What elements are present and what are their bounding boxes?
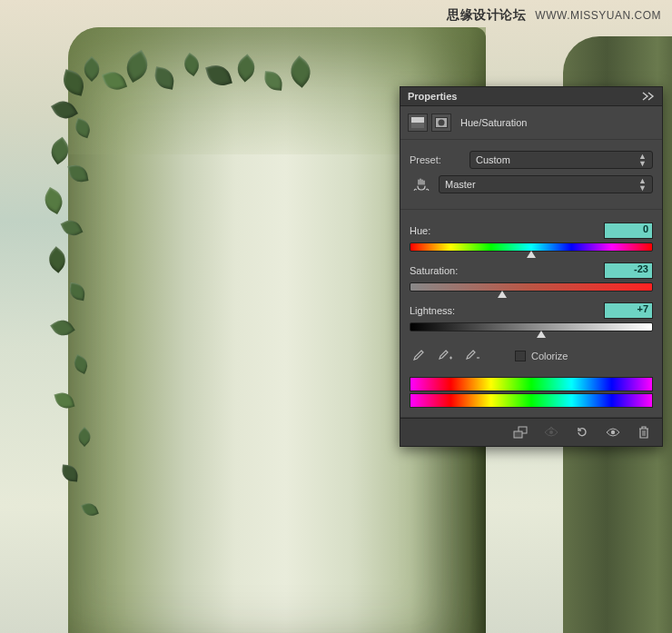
properties-panel: Properties Hue/Saturation Preset: Custom… — [400, 86, 663, 447]
hue-input[interactable]: 0 — [604, 223, 653, 239]
svg-rect-5 — [514, 431, 522, 438]
panel-footer — [400, 418, 662, 446]
spectrum-bar — [410, 377, 653, 391]
preset-label: Preset: — [410, 154, 464, 165]
saturation-thumb[interactable] — [498, 291, 507, 298]
layer-mask-icon[interactable] — [431, 114, 451, 132]
hue-slider[interactable] — [410, 242, 653, 252]
lightness-label: Lightness: — [410, 305, 455, 316]
sliders-section: Hue: 0 Saturation: -23 Lightness: +7 — [400, 210, 662, 418]
visibility-icon[interactable] — [604, 424, 622, 440]
preset-value: Custom — [476, 154, 510, 165]
adjustment-label: Hue/Saturation — [460, 117, 527, 128]
svg-rect-1 — [411, 123, 424, 128]
spectrum-bar-shifted — [410, 393, 653, 408]
chevron-updown-icon: ▲▼ — [638, 153, 647, 167]
preset-section: Preset: Custom ▲▼ Master ▲▼ — [400, 140, 662, 210]
svg-rect-0 — [411, 117, 424, 123]
watermark: 思缘设计论坛 WWW.MISSYUAN.COM — [447, 7, 661, 24]
saturation-input[interactable]: -23 — [604, 262, 653, 279]
hue-slider-block: Hue: 0 — [410, 223, 653, 252]
watermark-cn: 思缘设计论坛 — [447, 7, 526, 22]
lightness-slider[interactable] — [410, 322, 653, 331]
checkbox-icon — [515, 351, 526, 361]
lightness-thumb[interactable] — [537, 331, 546, 338]
view-previous-icon[interactable] — [542, 424, 560, 440]
collapse-icon[interactable] — [642, 92, 655, 101]
eyedropper-minus-icon[interactable] — [464, 348, 480, 364]
adjustment-type-row: Hue/Saturation — [400, 106, 662, 140]
trash-icon[interactable] — [635, 424, 653, 440]
panel-title: Properties — [408, 91, 457, 102]
watermark-en: WWW.MISSYUAN.COM — [535, 9, 661, 22]
channel-value: Master — [445, 179, 476, 190]
colorize-checkbox[interactable]: Colorize — [515, 351, 568, 361]
lightness-slider-block: Lightness: +7 — [410, 302, 653, 331]
eyedropper-row: Colorize — [410, 342, 653, 371]
svg-point-6 — [549, 430, 553, 434]
svg-point-7 — [611, 430, 615, 434]
panel-header[interactable]: Properties — [400, 87, 662, 106]
hand-scrubby-icon[interactable] — [410, 174, 433, 194]
colorize-label: Colorize — [531, 351, 568, 361]
chevron-updown-icon: ▲▼ — [638, 177, 647, 192]
eyedropper-plus-icon[interactable] — [437, 348, 453, 364]
eyedropper-icon[interactable] — [410, 348, 426, 364]
channel-dropdown[interactable]: Master ▲▼ — [439, 175, 653, 193]
saturation-label: Saturation: — [410, 265, 458, 276]
hsl-adjustment-icon[interactable] — [408, 114, 428, 132]
saturation-slider-block: Saturation: -23 — [410, 262, 653, 292]
reset-icon[interactable] — [573, 424, 591, 440]
svg-point-3 — [439, 120, 445, 126]
lightness-input[interactable]: +7 — [604, 302, 653, 319]
preset-dropdown[interactable]: Custom ▲▼ — [469, 151, 653, 169]
clip-to-layer-icon[interactable] — [511, 424, 529, 440]
saturation-slider[interactable] — [410, 282, 653, 292]
hue-label: Hue: — [410, 225, 430, 236]
hue-thumb[interactable] — [527, 251, 536, 258]
